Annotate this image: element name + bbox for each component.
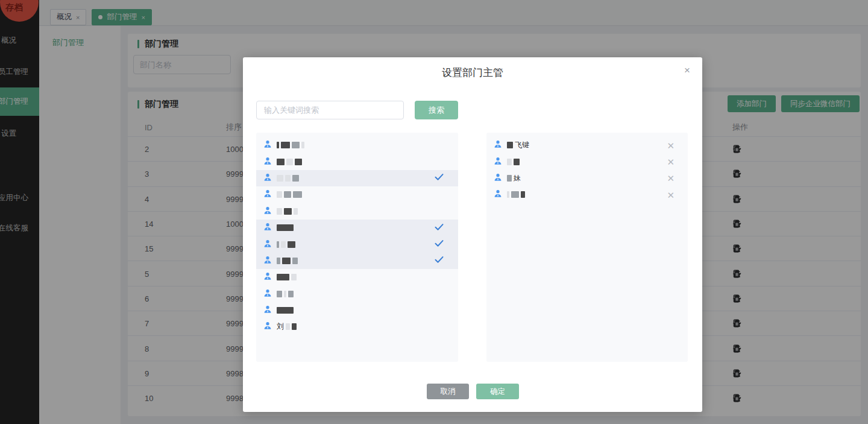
member-name-text: 刘 <box>277 321 284 332</box>
remove-member-icon[interactable]: ✕ <box>667 174 675 183</box>
censored-name-block <box>277 208 282 215</box>
censored-name-block <box>277 307 294 314</box>
censored-name-block <box>286 323 290 330</box>
remove-member-icon[interactable]: ✕ <box>667 141 675 150</box>
person-icon <box>263 239 272 250</box>
candidate-member-row[interactable] <box>256 220 458 236</box>
censored-name-block <box>277 291 282 297</box>
candidate-member-row[interactable] <box>256 253 458 269</box>
candidate-member-row[interactable] <box>256 203 458 220</box>
censored-name-block <box>292 258 298 264</box>
censored-name-block <box>277 159 285 165</box>
candidate-member-row[interactable] <box>256 170 458 186</box>
confirm-button[interactable]: 确定 <box>476 384 519 399</box>
censored-name-block <box>511 191 519 198</box>
censored-name-block <box>277 224 294 231</box>
selected-manager-list: 飞键✕✕妹✕✕ <box>486 133 688 362</box>
remove-member-icon[interactable]: ✕ <box>667 157 675 166</box>
censored-name-block <box>507 175 512 182</box>
candidate-member-row[interactable] <box>256 269 458 285</box>
check-icon <box>435 174 444 183</box>
candidate-member-row[interactable] <box>256 186 458 203</box>
app-root: 存档 概况员工管理部门管理设置应用中心在线客服 概况×部门管理× 部门管理 部门… <box>0 0 868 424</box>
selected-member-row: ✕ <box>486 153 688 169</box>
person-icon <box>263 157 272 167</box>
censored-name-block <box>277 175 283 182</box>
cancel-button[interactable]: 取消 <box>427 384 469 399</box>
censored-name-block <box>301 142 304 148</box>
person-icon <box>263 305 272 315</box>
censored-name-block <box>291 274 297 280</box>
censored-name-block <box>281 142 290 148</box>
member-candidate-list: 刘 <box>256 133 458 362</box>
selected-member-row: 飞键✕ <box>486 137 688 153</box>
person-icon <box>494 140 502 150</box>
candidate-member-row[interactable] <box>256 137 458 153</box>
check-icon <box>435 223 444 232</box>
censored-name-block <box>282 258 291 264</box>
person-icon <box>263 272 272 282</box>
censored-name-block <box>284 208 292 215</box>
check-icon <box>435 256 444 265</box>
censored-name-block <box>277 274 289 280</box>
person-icon <box>263 206 272 217</box>
censored-name-block <box>295 159 302 165</box>
person-icon <box>494 173 502 183</box>
censored-name-block <box>507 191 509 198</box>
member-name-text: 飞键 <box>515 140 529 150</box>
person-icon <box>263 321 272 332</box>
close-icon[interactable]: × <box>684 65 690 75</box>
censored-name-block <box>292 142 300 148</box>
person-icon <box>263 189 272 200</box>
selected-member-row: 妹✕ <box>486 170 688 186</box>
remove-member-icon[interactable]: ✕ <box>667 190 675 199</box>
censored-name-block <box>285 175 291 182</box>
person-icon <box>263 173 272 183</box>
censored-name-block <box>284 191 291 198</box>
censored-name-block <box>288 241 295 248</box>
candidate-member-row[interactable]: 刘 <box>256 318 458 335</box>
search-button[interactable]: 搜索 <box>415 101 458 119</box>
person-icon <box>494 157 502 167</box>
person-icon <box>263 223 272 233</box>
member-name-text: 妹 <box>514 173 521 183</box>
censored-name-block <box>292 323 297 330</box>
candidate-member-row[interactable] <box>256 153 458 169</box>
person-icon <box>263 256 272 266</box>
censored-name-block <box>277 241 279 248</box>
keyword-search-input[interactable] <box>256 101 404 119</box>
set-department-manager-modal: 设置部门主管 × 搜索 刘 飞键✕✕妹✕✕ 取消 确定 <box>243 57 702 412</box>
censored-name-block <box>514 159 520 165</box>
selected-member-row: ✕ <box>486 186 688 203</box>
censored-name-block <box>281 241 286 248</box>
censored-name-block <box>277 258 280 264</box>
person-icon <box>263 140 272 150</box>
censored-name-block <box>284 291 286 297</box>
modal-footer: 取消 确定 <box>243 384 702 402</box>
censored-name-block <box>507 142 513 148</box>
check-icon <box>435 240 444 249</box>
censored-name-block <box>294 208 298 215</box>
censored-name-block <box>507 159 512 165</box>
candidate-member-row[interactable] <box>256 286 458 302</box>
censored-name-block <box>293 191 302 198</box>
modal-title: 设置部门主管 <box>243 66 702 80</box>
person-icon <box>494 189 502 200</box>
censored-name-block <box>292 175 299 182</box>
censored-name-block <box>277 142 279 148</box>
candidate-member-row[interactable] <box>256 236 458 252</box>
censored-name-block <box>286 159 293 165</box>
censored-name-block <box>277 191 282 198</box>
person-icon <box>263 289 272 299</box>
candidate-member-row[interactable] <box>256 302 458 318</box>
censored-name-block <box>521 191 525 198</box>
censored-name-block <box>288 291 294 297</box>
